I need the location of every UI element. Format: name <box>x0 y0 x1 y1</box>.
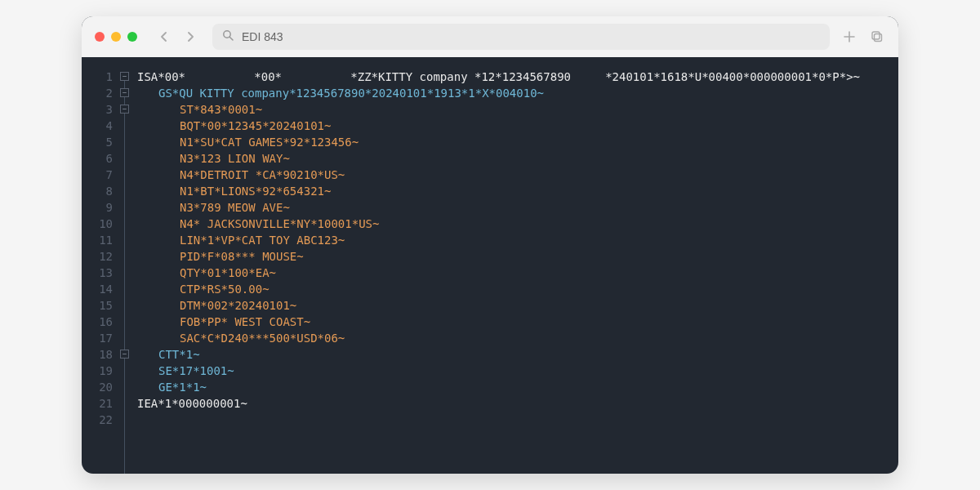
svg-line-1 <box>229 37 233 40</box>
zoom-icon[interactable] <box>127 32 137 42</box>
close-icon[interactable] <box>95 32 105 42</box>
code-line[interactable]: BQT*00*12345*20240101~ <box>137 118 898 134</box>
line-number: 18 <box>82 346 113 363</box>
code-line[interactable]: FOB*PP* WEST COAST~ <box>137 314 898 330</box>
code-line[interactable]: ST*843*0001~ <box>137 101 898 118</box>
line-number: 14 <box>82 281 113 297</box>
line-number: 21 <box>82 395 113 412</box>
line-number: 13 <box>82 265 113 281</box>
line-number: 17 <box>82 330 113 346</box>
line-number: 11 <box>82 232 113 248</box>
code-line[interactable]: PID*F*08*** MOUSE~ <box>137 248 898 265</box>
line-number: 22 <box>82 412 113 428</box>
line-number: 20 <box>82 379 113 395</box>
editor-window: 12345678910111213141516171819202122 −−−−… <box>82 16 898 474</box>
fold-toggle-icon[interactable]: − <box>120 350 129 359</box>
code-line[interactable]: N3*789 MEOW AVE~ <box>137 199 898 216</box>
copy-icon[interactable] <box>869 29 885 45</box>
code-editor[interactable]: 12345678910111213141516171819202122 −−−−… <box>82 57 898 474</box>
code-line[interactable]: GS*QU KITTY company*1234567890*20240101*… <box>137 85 898 101</box>
line-number: 9 <box>82 199 113 216</box>
code-line[interactable]: ISA*00* *00* *ZZ*KITTY company *12*12345… <box>137 69 898 85</box>
search-icon <box>222 29 234 44</box>
window-controls <box>95 32 137 42</box>
line-number: 10 <box>82 216 113 232</box>
line-number: 6 <box>82 150 113 167</box>
fold-toggle-icon[interactable]: − <box>120 105 129 114</box>
titlebar <box>82 16 898 57</box>
line-number-gutter: 12345678910111213141516171819202122 <box>82 69 119 474</box>
code-line[interactable]: IEA*1*000000001~ <box>137 395 898 412</box>
forward-button[interactable] <box>180 26 201 47</box>
line-number: 5 <box>82 134 113 150</box>
code-line[interactable]: N1*BT*LIONS*92*654321~ <box>137 183 898 199</box>
nav-buttons <box>154 26 201 47</box>
search-input[interactable] <box>242 30 820 43</box>
line-number: 3 <box>82 101 113 118</box>
minimize-icon[interactable] <box>111 32 121 42</box>
line-number: 16 <box>82 314 113 330</box>
titlebar-actions <box>841 29 885 45</box>
code-line[interactable]: N4*DETROIT *CA*90210*US~ <box>137 167 898 183</box>
line-number: 1 <box>82 69 113 85</box>
code-line[interactable]: SAC*C*D240***500*USD*06~ <box>137 330 898 346</box>
code-line[interactable] <box>137 412 898 428</box>
line-number: 2 <box>82 85 113 101</box>
line-number: 4 <box>82 118 113 134</box>
code-line[interactable]: GE*1*1~ <box>137 379 898 395</box>
code-line[interactable]: N4* JACKSONVILLE*NY*10001*US~ <box>137 216 898 232</box>
code-line[interactable]: LIN*1*VP*CAT TOY ABC123~ <box>137 232 898 248</box>
fold-guide-line <box>124 72 125 474</box>
line-number: 12 <box>82 248 113 265</box>
code-content[interactable]: ISA*00* *00* *ZZ*KITTY company *12*12345… <box>134 69 898 474</box>
back-button[interactable] <box>154 26 175 47</box>
fold-toggle-icon[interactable]: − <box>120 72 129 81</box>
svg-rect-3 <box>872 32 880 39</box>
fold-column: −−−− <box>119 69 134 474</box>
code-line[interactable]: N1*SU*CAT GAMES*92*123456~ <box>137 134 898 150</box>
code-line[interactable]: CTT*1~ <box>137 346 898 363</box>
code-line[interactable]: DTM*002*20240101~ <box>137 297 898 314</box>
code-line[interactable]: QTY*01*100*EA~ <box>137 265 898 281</box>
line-number: 8 <box>82 183 113 199</box>
search-bar[interactable] <box>212 24 830 50</box>
fold-toggle-icon[interactable]: − <box>120 88 129 97</box>
code-line[interactable]: CTP*RS*50.00~ <box>137 281 898 297</box>
code-line[interactable]: SE*17*1001~ <box>137 363 898 379</box>
line-number: 15 <box>82 297 113 314</box>
svg-rect-2 <box>875 34 882 42</box>
code-line[interactable]: N3*123 LION WAY~ <box>137 150 898 167</box>
line-number: 7 <box>82 167 113 183</box>
line-number: 19 <box>82 363 113 379</box>
new-tab-button[interactable] <box>841 29 858 45</box>
